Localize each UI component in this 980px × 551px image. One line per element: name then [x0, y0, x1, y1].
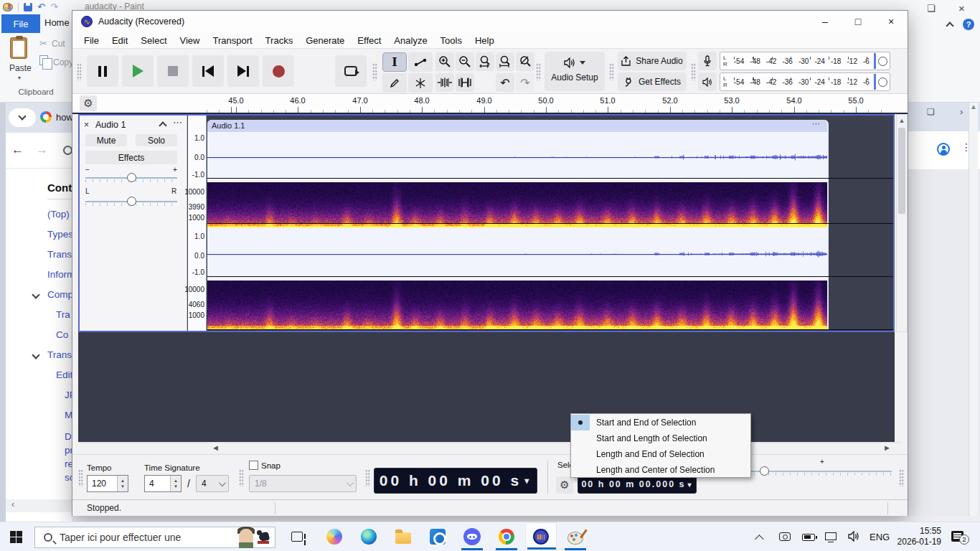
vertical-scale-ruler[interactable]: 1.0 0.0 -1.0 10000 3990 1000 1.0 0.0 -1.… [188, 116, 207, 331]
spinner-arrows[interactable]: ▲▼ [170, 476, 181, 491]
paint-tab-home[interactable]: Home [44, 17, 70, 28]
timeline-ruler[interactable]: ⚙ 45.0 46.0 47.0 48.0 49.0 50.0 51.0 52.… [72, 94, 908, 113]
paste-dropdown-caret[interactable]: ▾ [9, 75, 30, 81]
timeline-options-button[interactable]: ⚙ [80, 95, 97, 111]
tabs-restore-icon[interactable]: ❏ [927, 107, 935, 117]
track-name[interactable]: Audio 1 [95, 120, 126, 130]
meter-knob[interactable] [878, 77, 887, 87]
playback-meter[interactable]: LR -54-48-42-36-30-24-18-12-6 [720, 72, 890, 91]
gain-slider-knob[interactable] [127, 173, 136, 182]
menu-view[interactable]: View [174, 34, 206, 47]
close-button[interactable]: × [875, 11, 908, 32]
battery-icon[interactable] [802, 534, 815, 541]
toc-link[interactable]: Trans [47, 249, 72, 260]
get-effects-button[interactable]: Get Effects [618, 72, 687, 91]
taskbar-copilot[interactable] [319, 522, 350, 551]
pause-button[interactable] [87, 55, 118, 87]
pan-slider-knob[interactable] [127, 197, 136, 206]
track-collapse-icon[interactable] [160, 123, 166, 128]
toc-link[interactable]: Trans [47, 349, 72, 360]
skip-to-end-button[interactable] [227, 55, 259, 87]
menu-item[interactable]: Length and Center of Selection [571, 462, 750, 478]
fit-selection-button[interactable] [476, 52, 494, 71]
chevron-down-icon[interactable] [33, 292, 39, 298]
empty-track-space[interactable] [78, 332, 895, 442]
scroll-up-icon[interactable]: ▲ [897, 117, 907, 124]
menu-item[interactable]: Start and Length of Selection [571, 430, 750, 446]
redo-button[interactable]: ↷ [516, 73, 534, 92]
toolbar-grip[interactable] [372, 63, 377, 80]
save-icon[interactable] [24, 3, 32, 11]
forward-icon[interactable]: → [36, 143, 48, 157]
toc-link[interactable]: Inform [47, 269, 75, 280]
paste-icon[interactable] [10, 37, 27, 59]
toc-link[interactable]: Comp [47, 289, 73, 300]
track-menu-icon[interactable]: ⋯ [173, 117, 182, 128]
language-indicator[interactable]: ENG [870, 532, 890, 542]
profile-icon[interactable] [937, 143, 950, 156]
tab-scroll-right-icon[interactable]: › [960, 106, 963, 117]
paint-close-icon[interactable]: × [958, 2, 965, 14]
taskbar-chrome[interactable] [491, 522, 522, 551]
tempo-spinbox[interactable]: 120 ▲▼ [87, 475, 128, 492]
audio-position-display[interactable]: 00 h 00 m 00 s▾ [374, 468, 537, 494]
scroll-right-icon[interactable]: ► [883, 443, 891, 452]
menu-item[interactable]: Start and End of Selection [571, 415, 750, 430]
zoom-out-button[interactable] [456, 52, 474, 71]
horizontal-scrollbar[interactable]: ◄ ► [78, 442, 902, 454]
redo-icon[interactable]: ↷ [50, 1, 58, 13]
menu-select[interactable]: Select [135, 34, 172, 47]
toolbar-grip[interactable] [899, 469, 904, 486]
search-highlight-image[interactable] [237, 527, 275, 548]
audacity-titlebar[interactable]: ∿ Audacity (Recovered) – □ × [72, 11, 908, 32]
toolbar-grip[interactable] [691, 63, 696, 80]
copy-icon[interactable] [39, 55, 48, 65]
menu-tools[interactable]: Tools [435, 34, 468, 47]
minimize-button[interactable]: – [809, 11, 842, 32]
scroll-left-icon[interactable]: ◄ [212, 443, 220, 452]
browser-tab-title[interactable]: how [56, 112, 73, 123]
meter-knob[interactable] [878, 57, 887, 66]
skip-to-start-button[interactable] [192, 55, 224, 87]
taskbar-edge[interactable] [353, 522, 385, 551]
taskbar-search[interactable]: Taper ici pour effectuer une [34, 527, 275, 548]
scrollbar-thumb[interactable] [898, 128, 905, 214]
menu-effect[interactable]: Effect [352, 34, 387, 47]
trim-audio-button[interactable] [435, 73, 454, 92]
menu-transport[interactable]: Transport [207, 34, 258, 47]
zoom-toggle-button[interactable] [516, 52, 534, 71]
tray-expand-button[interactable] [758, 534, 764, 541]
clip-menu-icon[interactable]: ⋯ [812, 119, 820, 128]
undo-button[interactable]: ↶ [496, 73, 514, 92]
mute-button[interactable]: Mute [85, 134, 127, 146]
browser-vscroll[interactable]: ▲ [969, 100, 978, 517]
maximize-button[interactable]: □ [842, 11, 875, 32]
toolbar-grip[interactable] [365, 469, 370, 486]
play-speed-knob[interactable] [760, 466, 769, 476]
silence-audio-button[interactable] [456, 73, 474, 92]
track-view[interactable]: Audio 1.1 ⋯ [207, 116, 893, 331]
gain-slider[interactable] [85, 177, 177, 179]
playback-meter-speaker-button[interactable] [698, 72, 717, 91]
toc-link[interactable]: Tra [56, 309, 70, 320]
cut-button[interactable]: Cut [52, 39, 65, 49]
loop-button[interactable] [335, 55, 367, 87]
menu-item[interactable]: Length and End of Selection [571, 446, 750, 462]
menu-generate[interactable]: Generate [300, 34, 350, 47]
spectrogram-left-channel[interactable] [207, 182, 827, 227]
tab-search-button[interactable] [9, 108, 36, 127]
notification-center-button[interactable]: 2 [951, 531, 963, 542]
spectrogram-right-channel[interactable] [207, 281, 827, 330]
draw-tool-button[interactable] [382, 73, 407, 93]
waveform-left-channel[interactable] [207, 132, 827, 182]
network-icon[interactable] [825, 532, 837, 540]
menu-file[interactable]: File [78, 34, 105, 47]
menu-analyze[interactable]: Analyze [388, 34, 433, 47]
toc-link[interactable]: (Top) [47, 209, 70, 220]
task-view-button[interactable] [291, 532, 303, 542]
share-audio-button[interactable]: Share Audio [618, 52, 687, 70]
toolbar-grip[interactable] [77, 63, 82, 80]
volume-icon[interactable] [848, 531, 860, 542]
track-close-icon[interactable]: × [84, 120, 89, 130]
multi-tool-button[interactable] [408, 73, 433, 93]
